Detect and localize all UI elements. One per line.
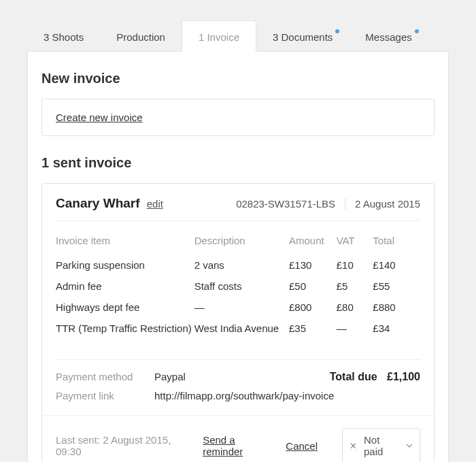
cell-item: Parking suspension	[56, 254, 194, 276]
close-icon: ✕	[350, 442, 357, 450]
cell-total: £140	[373, 254, 420, 276]
invoice-footer: Last sent: 2 August 2015, 09:30 Send a r…	[42, 415, 434, 462]
cell-item: Highways dept fee	[56, 297, 194, 318]
cell-vat: £80	[337, 297, 373, 318]
new-invoice-heading: New invoice	[41, 71, 435, 86]
tab-label: 1 Invoice	[199, 31, 239, 43]
cell-amount: £800	[289, 297, 337, 318]
edit-invoice-link[interactable]: edit	[147, 198, 163, 210]
col-header-total: Total	[373, 231, 420, 254]
table-row: Admin fee Staff costs £50 £5 £55	[56, 276, 420, 297]
last-sent: Last sent: 2 August 2015, 09:30	[56, 434, 190, 457]
tab-documents[interactable]: 3 Documents	[256, 21, 349, 51]
tab-label: 3 Shoots	[44, 31, 84, 43]
cell-total: £880	[373, 297, 420, 318]
invoice-reference: 02823-SW31571-LBS	[236, 198, 335, 210]
cancel-link[interactable]: Cancel	[286, 440, 318, 452]
payment-link-value: http://filmapp.org/southwark/pay-invoice	[154, 390, 420, 401]
payment-block: Payment method Paypal Total due £1,100 P…	[42, 360, 434, 415]
payment-link-label: Payment link	[56, 390, 154, 401]
cell-amount: £35	[289, 318, 337, 339]
cell-vat: £5	[337, 276, 373, 297]
invoice-card: Canary Wharf edit 02823-SW31571-LBS 2 Au…	[41, 183, 435, 462]
tab-production[interactable]: Production	[100, 21, 182, 51]
create-invoice-box: Create new invoice	[41, 99, 435, 136]
invoice-panel: New invoice Create new invoice 1 sent in…	[27, 51, 449, 462]
tab-messages[interactable]: Messages	[349, 21, 428, 51]
tab-label: 3 Documents	[273, 31, 333, 43]
tab-label: Production	[116, 31, 165, 43]
cell-vat: £10	[337, 254, 373, 276]
create-new-invoice-link[interactable]: Create new invoice	[56, 112, 143, 123]
total-due: Total due £1,100	[330, 371, 420, 383]
cell-description: West India Avenue	[194, 318, 289, 339]
cell-total: £34	[373, 318, 420, 339]
cell-amount: £50	[289, 276, 337, 297]
col-header-vat: VAT	[337, 231, 373, 254]
cell-description: —	[194, 297, 289, 318]
table-row: Parking suspension 2 vans £130 £10 £140	[56, 254, 420, 276]
cell-description: 2 vans	[194, 254, 289, 276]
cell-description: Staff costs	[194, 276, 289, 297]
table-row: TTR (Temp Traffic Restriction) West Indi…	[56, 318, 420, 339]
cell-item: TTR (Temp Traffic Restriction)	[56, 318, 194, 339]
cell-vat: —	[337, 318, 373, 339]
cell-item: Admin fee	[56, 276, 194, 297]
cell-total: £55	[373, 276, 420, 297]
payment-status-select[interactable]: ✕ Not paid	[342, 428, 420, 462]
invoice-title: Canary Wharf	[56, 196, 140, 210]
tab-invoice[interactable]: 1 Invoice	[182, 20, 256, 52]
col-header-description: Description	[194, 231, 289, 254]
col-header-item: Invoice item	[56, 231, 194, 254]
table-row: Highways dept fee — £800 £80 £880	[56, 297, 420, 318]
payment-method-value: Paypal	[154, 371, 330, 383]
payment-method-label: Payment method	[56, 371, 154, 383]
send-reminder-link[interactable]: Send a reminder	[203, 434, 273, 457]
notification-dot-icon	[415, 29, 419, 33]
col-header-amount: Amount	[289, 231, 337, 254]
invoice-items-table: Invoice item Description Amount VAT Tota…	[56, 231, 420, 339]
notification-dot-icon	[335, 29, 339, 33]
tab-shoots[interactable]: 3 Shoots	[27, 21, 100, 51]
total-due-value: £1,100	[387, 371, 420, 382]
invoice-card-header: Canary Wharf edit 02823-SW31571-LBS 2 Au…	[56, 184, 420, 221]
total-due-label: Total due	[330, 371, 377, 382]
sent-invoice-heading: 1 sent invoice	[41, 155, 435, 171]
invoice-date: 2 August 2015	[355, 198, 420, 210]
status-value: Not paid	[364, 434, 399, 457]
chevron-down-icon	[406, 444, 413, 448]
last-sent-label: Last sent:	[56, 434, 100, 446]
tab-label: Messages	[365, 31, 411, 43]
cell-amount: £130	[289, 254, 337, 276]
tabs: 3 Shoots Production 1 Invoice 3 Document…	[27, 20, 449, 51]
meta-separator	[345, 199, 345, 210]
